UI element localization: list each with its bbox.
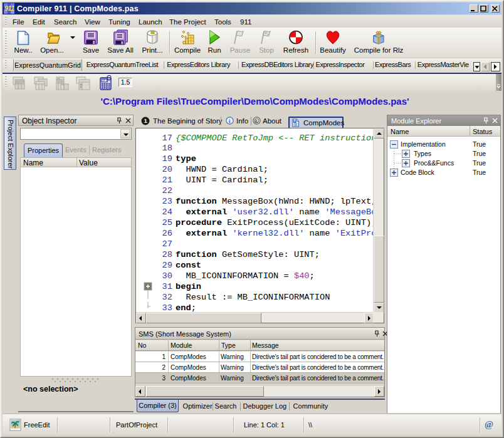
svg-text:911: 911 bbox=[4, 5, 14, 12]
svg-text:17.5: 17.5 bbox=[102, 79, 108, 82]
svg-text:1: 1 bbox=[144, 117, 148, 124]
svg-text:P: P bbox=[294, 120, 296, 123]
